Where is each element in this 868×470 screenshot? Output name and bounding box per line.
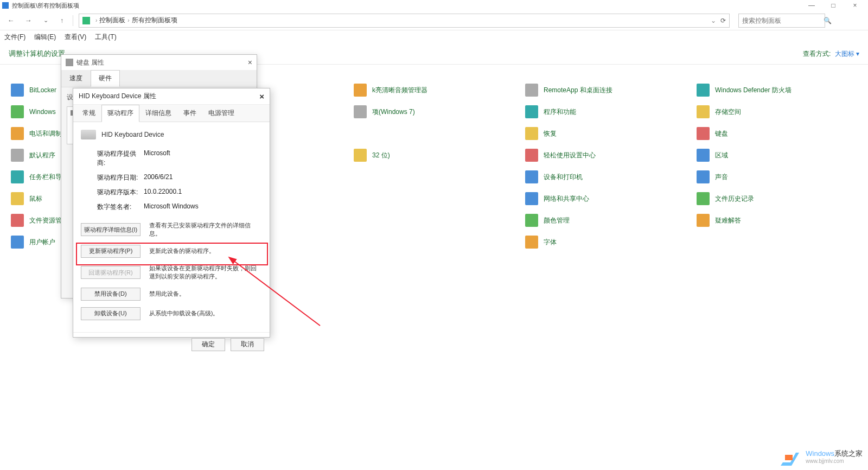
tab-events[interactable]: 事件: [177, 105, 202, 122]
rollback-driver-desc: 如果该设备在更新驱动程序时失败，则回退到以前安装的驱动程序。: [149, 264, 262, 281]
tab-driver[interactable]: 驱动程序: [101, 105, 139, 122]
cp-item-icon: [525, 236, 538, 249]
dialog2-title: HID Keyboard Device 属性: [79, 92, 156, 101]
device-name: HID Keyboard Device: [101, 131, 164, 138]
control-panel-item[interactable]: 轻松使用设置中心: [525, 147, 686, 164]
tab-hardware[interactable]: 硬件: [91, 70, 120, 87]
menu-view[interactable]: 查看(V): [65, 33, 86, 42]
driver-details-button[interactable]: 驱动程序详细信息(I): [81, 223, 141, 236]
window-controls: — □ ×: [801, 0, 866, 11]
control-panel-item[interactable]: 网络和共享中心: [525, 190, 686, 207]
control-panel-item[interactable]: 键盘: [697, 125, 857, 142]
device-header: HID Keyboard Device: [81, 130, 262, 139]
version-label: 驱动程序版本:: [97, 188, 144, 197]
search-box[interactable]: 🔍: [738, 14, 825, 28]
dialog2-close-button[interactable]: ×: [259, 92, 264, 101]
up-button[interactable]: ↑: [56, 15, 67, 26]
chevron-right-icon: ›: [95, 17, 97, 23]
cp-item-label: BitLocker: [29, 86, 56, 94]
cp-item-label: 设备和打印机: [544, 173, 583, 182]
control-panel-item[interactable]: [354, 168, 514, 186]
breadcrumb-part-2[interactable]: 所有控制面板项: [132, 16, 177, 25]
back-button[interactable]: ←: [4, 14, 17, 27]
minimize-button[interactable]: —: [801, 0, 822, 11]
window-title-bar: 控制面板\所有控制面板项 — □ ×: [0, 0, 868, 11]
cp-item-label: RemoteApp 和桌面连接: [544, 86, 612, 95]
cp-item-icon: [525, 214, 538, 227]
control-panel-item[interactable]: 文件历史记录: [697, 190, 857, 207]
control-panel-item[interactable]: 区域: [697, 147, 857, 164]
menu-bar: 文件(F) 编辑(E) 查看(V) 工具(T): [0, 30, 868, 43]
control-panel-item[interactable]: 程序和功能: [525, 103, 686, 120]
control-panel-item[interactable]: 32 位): [354, 147, 514, 164]
provider-label: 驱动程序提供商:: [97, 149, 144, 168]
tab-power[interactable]: 电源管理: [202, 105, 240, 122]
cp-item-icon: [697, 149, 710, 162]
driver-actions: 驱动程序详细信息(I) 查看有关已安装驱动程序文件的详细信息。 更新驱动程序(P…: [81, 221, 262, 320]
control-panel-item[interactable]: [354, 125, 514, 142]
cp-item-label: 网络和共享中心: [544, 194, 589, 204]
tab-details[interactable]: 详细信息: [139, 105, 177, 122]
provider-value: Microsoft: [144, 149, 170, 168]
view-by-dropdown[interactable]: 大图标 ▾: [835, 50, 859, 58]
signer-label: 数字签名者:: [97, 202, 144, 212]
windows-logo-icon: [780, 447, 802, 467]
cp-item-label: 项(Windows 7): [372, 107, 415, 117]
uninstall-device-button[interactable]: 卸载设备(U): [81, 307, 141, 320]
maximize-button[interactable]: □: [822, 0, 844, 11]
update-driver-button[interactable]: 更新驱动程序(P): [81, 245, 141, 258]
control-panel-item[interactable]: 疑难解答: [697, 212, 857, 229]
cp-item-label: 文件历史记录: [715, 194, 754, 204]
control-panel-item[interactable]: [354, 212, 514, 229]
recent-dropdown[interactable]: ⌄: [39, 14, 52, 27]
dialog1-titlebar[interactable]: 键盘 属性 ×: [61, 55, 257, 70]
address-bar[interactable]: › 控制面板 › 所有控制面板项 ⌄ ⟳: [79, 14, 730, 28]
rollback-driver-button[interactable]: 回退驱动程序(R): [81, 266, 141, 279]
control-panel-item[interactable]: 恢复: [525, 125, 686, 142]
view-by: 查看方式: 大图标 ▾: [803, 49, 859, 59]
menu-file[interactable]: 文件(F): [4, 33, 25, 42]
dialog1-close-button[interactable]: ×: [248, 58, 252, 67]
menu-edit[interactable]: 编辑(E): [34, 33, 56, 42]
control-panel-item[interactable]: 设备和打印机: [525, 168, 686, 186]
control-panel-item[interactable]: [697, 233, 857, 251]
cp-item-label: 字体: [544, 238, 557, 247]
ok-button[interactable]: 确定: [192, 338, 225, 351]
control-panel-item[interactable]: [354, 190, 514, 207]
cp-item-label: Windows: [29, 108, 56, 116]
control-panel-item[interactable]: [354, 233, 514, 251]
nav-separator: [73, 15, 73, 26]
tab-speed[interactable]: 速度: [61, 70, 91, 87]
forward-button[interactable]: →: [22, 14, 35, 27]
control-panel-item[interactable]: 颜色管理: [525, 212, 686, 229]
date-value: 2006/6/21: [144, 173, 173, 182]
close-button[interactable]: ×: [844, 0, 866, 11]
cancel-button[interactable]: 取消: [231, 338, 264, 351]
control-panel-item[interactable]: 字体: [525, 233, 686, 251]
cp-item-icon: [697, 84, 710, 97]
control-panel-item[interactable]: RemoteApp 和桌面连接: [525, 81, 686, 99]
control-panel-item[interactable]: Windows Defender 防火墙: [697, 81, 857, 99]
cp-item-icon: [11, 84, 24, 97]
dialog2-titlebar[interactable]: HID Keyboard Device 属性 ×: [73, 88, 270, 105]
search-icon: 🔍: [824, 17, 832, 24]
menu-tools[interactable]: 工具(T): [95, 33, 116, 42]
control-panel-item[interactable]: 项(Windows 7): [354, 103, 514, 120]
tab-general[interactable]: 常规: [76, 105, 101, 122]
disable-device-button[interactable]: 禁用设备(D): [81, 288, 141, 301]
control-panel-item[interactable]: 声音: [697, 168, 857, 186]
control-panel-item[interactable]: 存储空间: [697, 103, 857, 120]
cp-item-icon: [354, 149, 367, 162]
search-input[interactable]: [742, 17, 824, 24]
breadcrumb-part-1[interactable]: 控制面板: [99, 16, 125, 25]
address-dropdown-icon[interactable]: ⌄: [711, 17, 716, 24]
cp-item-icon: [354, 84, 367, 97]
control-panel-item[interactable]: k亮清晰音频管理器: [354, 81, 514, 99]
keyboard-icon: [66, 59, 73, 66]
cp-item-icon: [11, 149, 24, 162]
cp-item-label: k亮清晰音频管理器: [372, 86, 427, 95]
refresh-button[interactable]: ⟳: [720, 17, 726, 24]
control-panel-icon: [82, 17, 90, 24]
app-icon: [2, 2, 9, 9]
cp-item-label: 声音: [715, 173, 728, 182]
